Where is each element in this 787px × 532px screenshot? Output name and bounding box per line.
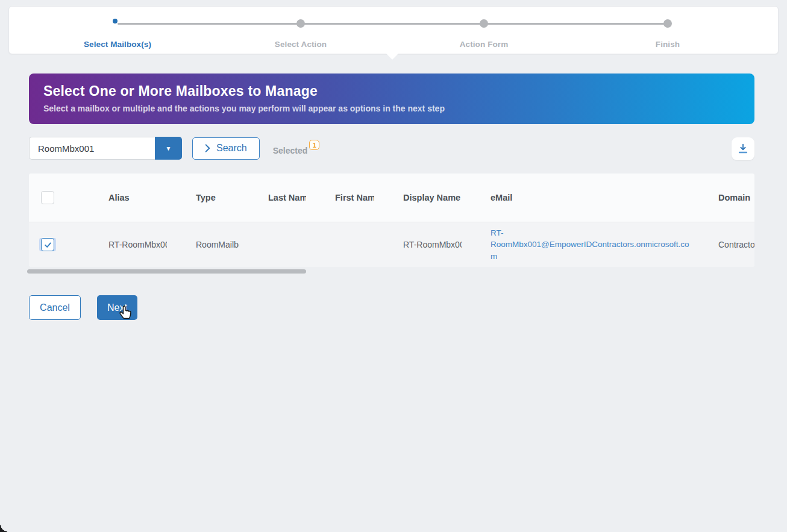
mailbox-results-table: Alias Type Last Name First Name Display …	[29, 174, 754, 267]
caret-down-icon: ▼	[166, 145, 172, 152]
step-dot-icon	[663, 19, 672, 28]
column-header-last-name[interactable]: Last Name	[239, 193, 306, 202]
cell-display-name: RT-RoomMbx001	[374, 240, 462, 249]
window-rounded-corner	[0, 525, 7, 532]
cell-email-link[interactable]: RT-RoomMbx001@EmpowerIDContractors.onmic…	[491, 228, 689, 261]
selected-label: Selected	[273, 146, 308, 155]
wizard-stepper: Select Mailbox(s) Select Action Action F…	[8, 6, 779, 54]
cell-alias: RT-RoomMbx001	[80, 240, 167, 249]
download-button[interactable]	[732, 137, 754, 160]
step-label: Finish	[607, 40, 728, 49]
cell-type: RoomMailbox	[167, 240, 239, 249]
next-button[interactable]: Next	[97, 295, 137, 320]
stepper-connector-line	[118, 23, 668, 25]
column-header-domain[interactable]: Domain	[689, 193, 754, 202]
search-button-label: Search	[216, 143, 247, 154]
column-header-display-name[interactable]: Display Name	[374, 193, 462, 202]
column-header-alias[interactable]: Alias	[80, 193, 167, 202]
page-header-banner: Select One or More Mailboxes to Manage S…	[29, 74, 754, 124]
search-button[interactable]: Search	[192, 137, 260, 160]
download-icon	[736, 142, 750, 155]
step-label: Action Form	[424, 40, 544, 49]
mailbox-search-input[interactable]	[29, 137, 155, 160]
table-row[interactable]: RT-RoomMbx001 RoomMailbox RT-RoomMbx001 …	[29, 222, 754, 267]
step-dot-icon	[296, 19, 305, 28]
stepper-pointer-notch	[384, 51, 401, 60]
column-header-email[interactable]: eMail	[462, 193, 689, 202]
search-dropdown-button[interactable]: ▼	[155, 137, 182, 160]
column-header-type[interactable]: Type	[167, 193, 239, 202]
step-active-dot-icon	[113, 19, 118, 23]
selected-count-indicator: Selected 1	[273, 141, 320, 155]
row-checkbox[interactable]	[41, 238, 54, 251]
search-controls: ▼ Search Selected 1	[29, 136, 319, 160]
select-all-checkbox[interactable]	[41, 191, 54, 204]
cancel-button[interactable]: Cancel	[29, 295, 81, 320]
page-title: Select One or More Mailboxes to Manage	[43, 83, 740, 99]
step-dot-icon	[480, 19, 488, 28]
horizontal-scrollbar-thumb[interactable]	[27, 269, 306, 274]
mailbox-wizard-page: Select Mailbox(s) Select Action Action F…	[0, 0, 787, 532]
column-header-first-name[interactable]: First Name	[306, 193, 374, 202]
checkmark-icon	[43, 240, 52, 249]
chevron-right-icon	[205, 144, 210, 152]
cell-domain: ContractorsV5 Azu	[689, 240, 754, 249]
wizard-action-buttons: Cancel Next	[29, 295, 137, 320]
step-label: Select Action	[240, 40, 361, 49]
mailbox-search-group: ▼	[29, 137, 182, 160]
step-label: Select Mailbox(s)	[57, 40, 178, 49]
table-header-row: Alias Type Last Name First Name Display …	[29, 174, 754, 222]
page-subtitle: Select a mailbox or multiple and the act…	[43, 104, 740, 113]
selected-count-badge: 1	[309, 140, 319, 150]
